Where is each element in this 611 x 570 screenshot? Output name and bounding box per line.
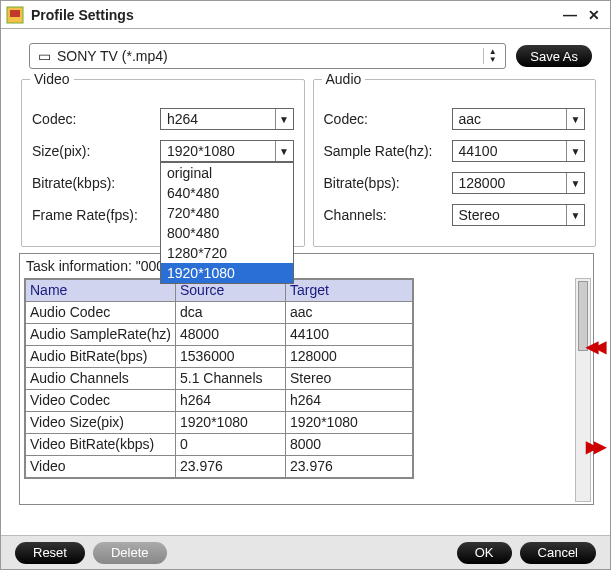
video-section-title: Video bbox=[30, 71, 74, 87]
audio-codec-label: Codec: bbox=[324, 111, 452, 127]
audio-channels-value: Stereo bbox=[453, 207, 567, 223]
video-codec-label: Codec: bbox=[32, 111, 160, 127]
tv-icon: ▭ bbox=[38, 48, 51, 64]
audio-section-title: Audio bbox=[322, 71, 366, 87]
size-option-selected[interactable]: 1920*1080 bbox=[161, 263, 293, 283]
settings-sections: Video Codec: h264 ▼ Size(pix): 1920*1080… bbox=[1, 75, 610, 247]
size-option[interactable]: 1280*720 bbox=[161, 243, 293, 263]
dropdown-arrow-icon: ▼ bbox=[275, 109, 293, 129]
top-row: ▭ SONY TV (*.mp4) ▲▼ Save As bbox=[1, 29, 610, 75]
dropdown-arrow-icon: ▼ bbox=[275, 141, 293, 161]
table-row: Video Size(pix)1920*10801920*1080 bbox=[26, 412, 413, 434]
table-row: Video23.97623.976 bbox=[26, 456, 413, 478]
task-table: Name Source Target Audio Codecdcaaac Aud… bbox=[24, 278, 414, 479]
table-row: Audio SampleRate(hz)4800044100 bbox=[26, 324, 413, 346]
audio-samplerate-value: 44100 bbox=[453, 143, 567, 159]
dropdown-arrow-icon: ▼ bbox=[566, 141, 584, 161]
dropdown-arrow-icon: ▼ bbox=[566, 173, 584, 193]
save-as-button[interactable]: Save As bbox=[516, 45, 592, 67]
video-size-combo[interactable]: 1920*1080 ▼ original 640*480 720*480 800… bbox=[160, 140, 294, 162]
table-row: Audio Codecdcaaac bbox=[26, 302, 413, 324]
table-row: Video Codech264h264 bbox=[26, 390, 413, 412]
profile-select[interactable]: ▭ SONY TV (*.mp4) ▲▼ bbox=[29, 43, 506, 69]
col-target: Target bbox=[286, 280, 413, 302]
video-bitrate-label: Bitrate(kbps): bbox=[32, 175, 160, 191]
video-size-label: Size(pix): bbox=[32, 143, 160, 159]
reset-button[interactable]: Reset bbox=[15, 542, 85, 564]
video-framerate-label: Frame Rate(fps): bbox=[32, 207, 160, 223]
video-codec-value: h264 bbox=[161, 111, 275, 127]
col-name: Name bbox=[26, 280, 176, 302]
size-option[interactable]: 640*480 bbox=[161, 183, 293, 203]
profile-value: SONY TV (*.mp4) bbox=[57, 48, 483, 64]
audio-codec-combo[interactable]: aac ▼ bbox=[452, 108, 586, 130]
audio-samplerate-label: Sample Rate(hz): bbox=[324, 143, 452, 159]
table-row: Audio BitRate(bps)1536000128000 bbox=[26, 346, 413, 368]
audio-codec-value: aac bbox=[453, 111, 567, 127]
task-info-label: Task information: "00010.m2ts bbox=[20, 254, 593, 276]
audio-channels-label: Channels: bbox=[324, 207, 452, 223]
task-scrollbar[interactable] bbox=[575, 278, 591, 502]
minimize-button[interactable]: — bbox=[560, 5, 580, 25]
close-button[interactable]: ✕ bbox=[584, 5, 604, 25]
page-prev-button[interactable]: ◀◀ bbox=[582, 334, 606, 358]
window-title: Profile Settings bbox=[31, 7, 556, 23]
audio-samplerate-combo[interactable]: 44100 ▼ bbox=[452, 140, 586, 162]
video-section: Video Codec: h264 ▼ Size(pix): 1920*1080… bbox=[21, 79, 305, 247]
svg-rect-1 bbox=[10, 10, 20, 17]
profile-spinner[interactable]: ▲▼ bbox=[483, 48, 501, 64]
video-codec-combo[interactable]: h264 ▼ bbox=[160, 108, 294, 130]
cancel-button[interactable]: Cancel bbox=[520, 542, 596, 564]
audio-bitrate-value: 128000 bbox=[453, 175, 567, 191]
audio-bitrate-label: Bitrate(bps): bbox=[324, 175, 452, 191]
audio-bitrate-combo[interactable]: 128000 ▼ bbox=[452, 172, 586, 194]
table-row: Audio Channels5.1 ChannelsStereo bbox=[26, 368, 413, 390]
video-size-dropdown: original 640*480 720*480 800*480 1280*72… bbox=[160, 162, 294, 284]
ok-button[interactable]: OK bbox=[457, 542, 512, 564]
audio-section: Audio Codec: aac ▼ Sample Rate(hz): 4410… bbox=[313, 79, 597, 247]
dropdown-arrow-icon: ▼ bbox=[566, 205, 584, 225]
table-row: Video BitRate(kbps)08000 bbox=[26, 434, 413, 456]
size-option[interactable]: 800*480 bbox=[161, 223, 293, 243]
page-next-button[interactable]: ▶▶ bbox=[582, 434, 606, 458]
app-icon bbox=[5, 5, 25, 25]
video-size-value: 1920*1080 bbox=[161, 143, 275, 159]
size-option[interactable]: 720*480 bbox=[161, 203, 293, 223]
size-option[interactable]: original bbox=[161, 163, 293, 183]
task-info-area: Task information: "00010.m2ts Name Sourc… bbox=[19, 253, 594, 505]
dropdown-arrow-icon: ▼ bbox=[566, 109, 584, 129]
bottom-bar: Reset Delete OK Cancel bbox=[1, 535, 610, 569]
title-bar: Profile Settings — ✕ bbox=[1, 1, 610, 29]
audio-channels-combo[interactable]: Stereo ▼ bbox=[452, 204, 586, 226]
delete-button[interactable]: Delete bbox=[93, 542, 167, 564]
